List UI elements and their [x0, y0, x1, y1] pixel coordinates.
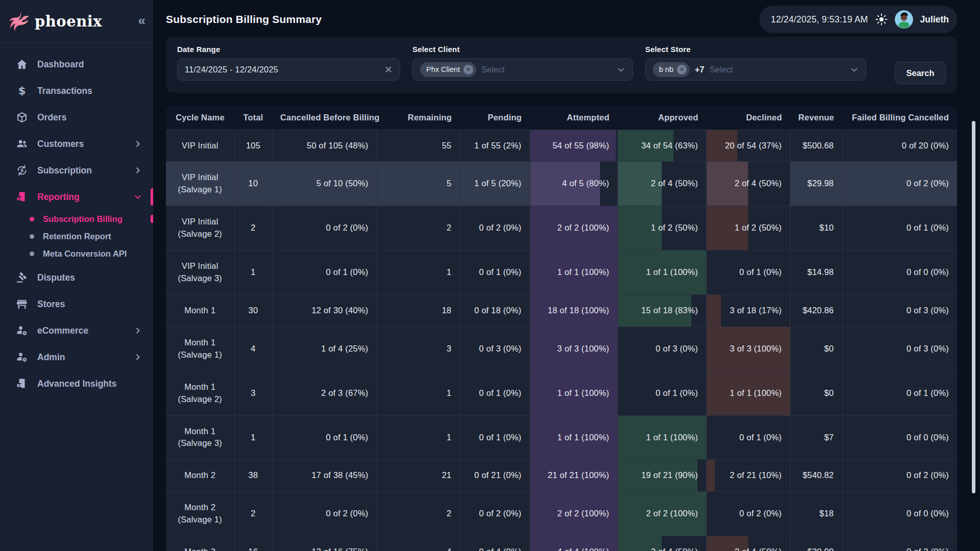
search-button[interactable]: Search: [895, 62, 946, 84]
cell-failed-billing-cancelled: 0 of 2 (0%): [842, 536, 957, 551]
sidebar-item-stores[interactable]: Stores: [0, 291, 153, 317]
cell-failed-billing-cancelled: 0 of 0 (0%): [842, 415, 957, 460]
cell-revenue: $0: [790, 371, 842, 415]
sidebar-subitem-subscription-billing[interactable]: Subscription Billing: [0, 210, 153, 228]
table-row[interactable]: Month 13012 of 30 (40%)180 of 18 (0%)18 …: [166, 294, 957, 327]
store-chevron-down-icon: [850, 65, 859, 74]
cell-attempted: 4 of 4 (100%): [530, 536, 618, 551]
cell-failed-billing-cancelled: 0 of 3 (0%): [842, 294, 957, 327]
sidebar-item-label: Customers: [37, 139, 84, 149]
sidebar-item-disputes[interactable]: Disputes: [0, 264, 153, 291]
cell-cancelled-before-billing: 50 of 105 (48%): [272, 130, 377, 162]
sidebar-subitem-retention-report[interactable]: Retention Report: [0, 228, 153, 245]
phoenix-logo-icon: [7, 8, 34, 35]
table-row[interactable]: Month 23817 of 38 (45%)210 of 21 (0%)21 …: [166, 460, 957, 492]
sidebar-item-admin[interactable]: Admin: [0, 344, 153, 370]
client-field: Select Client Phx Client ✕ Select: [412, 45, 633, 81]
billing-table-wrap: Cycle NameTotalCancelled Before BillingR…: [166, 106, 957, 551]
table-row[interactable]: Month 1(Salvage 1)41 of 4 (25%)30 of 3 (…: [166, 327, 957, 371]
table-row[interactable]: Month 1(Salvage 2)32 of 3 (67%)10 of 1 (…: [166, 371, 957, 415]
cell-declined: 0 of 2 (0%): [706, 492, 790, 536]
page-title: Subscription Billing Summary: [166, 13, 322, 26]
cell-cycle-name: Month 1(Salvage 2): [166, 371, 234, 415]
user-pill[interactable]: 12/24/2025, 9:53:19 AM Julieth: [760, 6, 957, 33]
cell-revenue: $0: [790, 327, 842, 371]
table-row[interactable]: VIP Initial(Salvage 1)105 of 10 (50%)51 …: [166, 162, 957, 206]
bullet-icon: [30, 252, 34, 256]
remove-store-chip-icon[interactable]: ✕: [677, 65, 687, 74]
cell-pending: 0 of 4 (0%): [460, 536, 530, 551]
cell-cycle-name: VIP Initial(Salvage 3): [166, 251, 234, 295]
table-row[interactable]: Month 31612 of 16 (75%)40 of 4 (0%)4 of …: [166, 536, 957, 551]
cell-cycle-name: Month 1(Salvage 3): [166, 415, 234, 460]
sidebar-item-reporting[interactable]: Reporting: [0, 184, 153, 210]
store-chip[interactable]: b nb ✕: [653, 62, 690, 77]
cell-cancelled-before-billing: 1 of 4 (25%): [272, 327, 377, 371]
sidebar-item-label: Subscription: [37, 165, 92, 176]
cell-approved: 19 of 21 (90%): [618, 460, 706, 492]
cell-failed-billing-cancelled: 0 of 0 (0%): [842, 492, 957, 536]
sidebar-item-label: Reporting: [37, 192, 80, 203]
cell-failed-billing-cancelled: 0 of 20 (0%): [842, 130, 957, 162]
client-chevron-down-icon: [617, 65, 625, 74]
datetime-text: 12/24/2025, 9:53:19 AM: [771, 14, 868, 25]
cell-pending: 0 of 21 (0%): [460, 460, 530, 492]
cell-failed-billing-cancelled: 0 of 3 (0%): [842, 327, 957, 371]
theme-toggle-sun-icon[interactable]: [875, 13, 888, 26]
sidebar-item-label: Admin: [37, 352, 65, 363]
cell-declined: 2 of 21 (10%): [706, 460, 790, 492]
cell-pending: 0 of 2 (0%): [460, 206, 530, 251]
column-header: Approved: [618, 106, 706, 130]
sidebar-subitem-label: Meta Conversion API: [43, 249, 127, 259]
sidebar-item-transactions[interactable]: $Transactions: [0, 78, 153, 104]
app-root: phoenix « Dashboard$TransactionsOrdersCu…: [0, 0, 980, 551]
cell-cycle-name: Month 1: [166, 294, 234, 327]
sidebar-item-advanced-insights[interactable]: Advanced Insights: [0, 370, 153, 397]
cell-approved: 1 of 1 (100%): [618, 415, 706, 460]
sidebar-collapse-icon[interactable]: «: [138, 14, 144, 29]
store-chip-label: b nb: [659, 65, 673, 73]
cell-declined: 0 of 1 (0%): [706, 415, 790, 460]
cell-pending: 1 of 55 (2%): [460, 130, 530, 162]
cell-pending: 1 of 5 (20%): [460, 162, 530, 206]
remove-client-chip-icon[interactable]: ✕: [463, 65, 473, 74]
sidebar-item-ecommerce[interactable]: eCommerce: [0, 317, 153, 344]
cell-revenue: $14.98: [790, 251, 842, 295]
cell-attempted: 1 of 1 (100%): [530, 371, 618, 415]
table-row[interactable]: VIP Initial(Salvage 2)20 of 2 (0%)20 of …: [166, 206, 957, 251]
sidebar-item-subscription[interactable]: $Subscription: [0, 157, 153, 184]
cell-revenue: $30.99: [790, 536, 842, 551]
cell-approved: 2 of 2 (100%): [618, 492, 706, 536]
cell-cancelled-before-billing: 0 of 1 (0%): [272, 415, 377, 460]
cell-cycle-name: Month 1(Salvage 1): [166, 327, 234, 371]
cell-revenue: $540.82: [790, 460, 842, 492]
cell-declined: 0 of 1 (0%): [706, 251, 790, 295]
table-row[interactable]: VIP Initial10550 of 105 (48%)551 of 55 (…: [166, 130, 957, 162]
cell-failed-billing-cancelled: 0 of 1 (0%): [842, 206, 957, 251]
sidebar-item-customers[interactable]: Customers: [0, 131, 153, 157]
client-select[interactable]: Phx Client ✕ Select: [412, 58, 633, 81]
store-field: Select Store b nb ✕ +7 Select: [645, 45, 866, 81]
cell-declined: 1 of 1 (100%): [706, 371, 790, 415]
client-chip[interactable]: Phx Client ✕: [420, 62, 476, 77]
brand: phoenix «: [0, 0, 153, 43]
store-select[interactable]: b nb ✕ +7 Select: [645, 58, 866, 81]
table-row[interactable]: Month 2(Salvage 1)20 of 2 (0%)20 of 2 (0…: [166, 492, 957, 536]
scrollbar-thumb[interactable]: [972, 121, 975, 493]
cell-total: 16: [234, 536, 272, 551]
table-row[interactable]: Month 1(Salvage 3)10 of 1 (0%)10 of 1 (0…: [166, 415, 957, 460]
sidebar-subitem-meta-conversion-api[interactable]: Meta Conversion API: [0, 245, 153, 262]
cell-total: 2: [234, 206, 272, 251]
cell-total: 1: [234, 251, 272, 295]
cell-remaining: 2: [377, 206, 460, 251]
sidebar-item-dashboard[interactable]: Dashboard: [0, 51, 153, 78]
brand-name: phoenix: [35, 13, 102, 30]
clear-date-icon[interactable]: ✕: [384, 65, 393, 74]
bullet-icon: [30, 234, 34, 239]
cell-declined: 2 of 4 (50%): [706, 536, 790, 551]
table-row[interactable]: VIP Initial(Salvage 3)10 of 1 (0%)10 of …: [166, 251, 957, 295]
cell-cancelled-before-billing: 0 of 2 (0%): [272, 492, 377, 536]
sidebar-item-orders[interactable]: Orders: [0, 104, 153, 131]
cell-remaining: 1: [377, 251, 460, 295]
date-range-input[interactable]: 11/24/2025 - 12/24/2025 ✕: [177, 58, 400, 81]
